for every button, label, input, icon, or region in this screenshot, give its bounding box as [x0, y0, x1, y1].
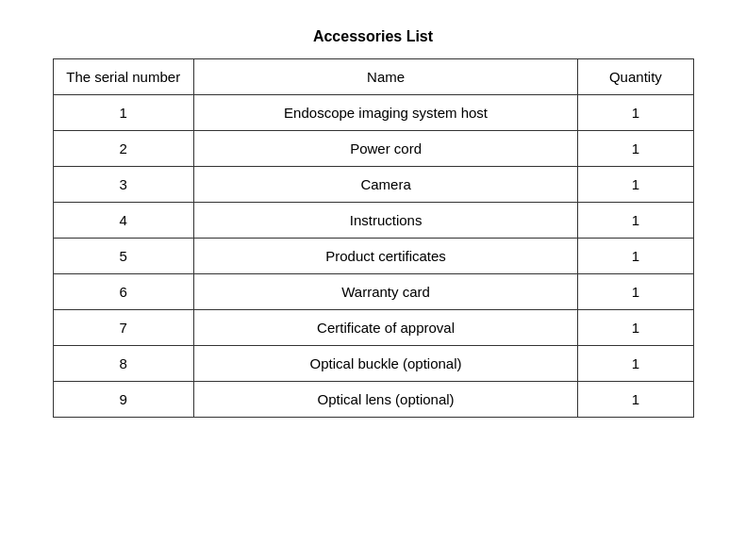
cell-quantity: 1: [578, 95, 693, 131]
cell-name: Certificate of approval: [193, 310, 577, 346]
table-row: 5Product certificates1: [53, 239, 693, 274]
cell-quantity: 1: [578, 274, 693, 310]
cell-serial: 4: [53, 203, 193, 239]
table-row: 4Instructions1: [53, 203, 693, 239]
cell-quantity: 1: [578, 310, 693, 346]
cell-quantity: 1: [578, 346, 693, 382]
cell-serial: 3: [53, 167, 193, 203]
cell-name: Optical lens (optional): [193, 382, 577, 418]
table-row: 8Optical buckle (optional)1: [53, 346, 693, 382]
cell-name: Endoscope imaging system host: [193, 95, 577, 131]
cell-serial: 8: [53, 346, 193, 382]
cell-name: Product certificates: [193, 239, 577, 274]
table-row: 1Endoscope imaging system host1: [53, 95, 693, 131]
cell-quantity: 1: [578, 131, 693, 167]
cell-serial: 7: [53, 310, 193, 346]
table-row: 2Power cord1: [53, 131, 693, 167]
cell-serial: 9: [53, 382, 193, 418]
accessories-table: The serial number Name Quantity 1Endosco…: [53, 58, 694, 418]
cell-quantity: 1: [578, 203, 693, 239]
table-row: 3Camera1: [53, 167, 693, 203]
table-header-row: The serial number Name Quantity: [53, 59, 693, 95]
cell-name: Power cord: [193, 131, 577, 167]
cell-name: Warranty card: [193, 274, 577, 310]
cell-serial: 6: [53, 274, 193, 310]
table-row: 9Optical lens (optional)1: [53, 382, 693, 418]
cell-quantity: 1: [578, 382, 693, 418]
cell-name: Instructions: [193, 203, 577, 239]
cell-serial: 5: [53, 239, 193, 274]
cell-quantity: 1: [578, 239, 693, 274]
cell-name: Optical buckle (optional): [193, 346, 577, 382]
page-title: Accessories List: [53, 28, 694, 45]
cell-serial: 2: [53, 131, 193, 167]
page-container: Accessories List The serial number Name …: [53, 19, 694, 418]
cell-name: Camera: [193, 167, 577, 203]
cell-quantity: 1: [578, 167, 693, 203]
table-row: 7Certificate of approval1: [53, 310, 693, 346]
header-name: Name: [193, 59, 577, 95]
header-serial: The serial number: [53, 59, 193, 95]
table-row: 6Warranty card1: [53, 274, 693, 310]
header-quantity: Quantity: [578, 59, 693, 95]
cell-serial: 1: [53, 95, 193, 131]
